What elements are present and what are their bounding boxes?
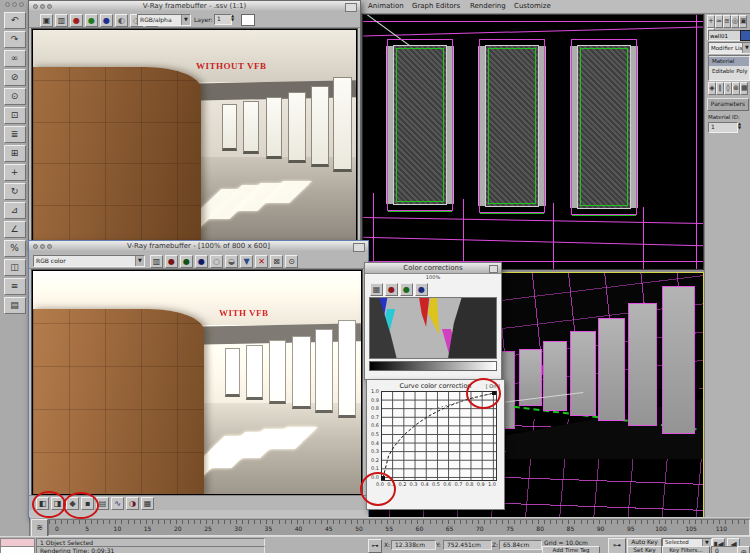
reference-line[interactable] — [430, 393, 494, 410]
layer-spinner[interactable]: ▲▼ — [229, 14, 236, 22]
hierarchy-tab-icon[interactable]: ≡ — [723, 15, 731, 28]
modify-tab-icon[interactable]: ≈ — [715, 15, 723, 28]
unlink-selection-icon[interactable]: ⊘ — [4, 69, 26, 86]
add-time-tag-button[interactable]: Add Time Tag — [542, 546, 600, 553]
green-channel-icon[interactable]: ● — [400, 283, 413, 296]
mini-curve-editor-button[interactable]: ≋ — [31, 519, 48, 537]
curves-toggle-icon[interactable]: ∿ — [111, 497, 124, 510]
menu-graph-editors[interactable]: Graph Editors — [412, 2, 460, 10]
green-channel-icon[interactable]: ● — [180, 255, 193, 268]
levels-gradient-bar[interactable] — [369, 361, 497, 371]
green-channel-icon[interactable]: ● — [85, 14, 98, 27]
bind-to-spacewarp-icon[interactable]: ⊙ — [4, 88, 26, 105]
modifier-stack-row[interactable]: Editable Poly — [709, 67, 749, 76]
display-correction-icon[interactable]: ▦ — [141, 497, 154, 510]
object-name-field[interactable] — [708, 30, 741, 41]
mirror-icon[interactable]: ◫ — [4, 259, 26, 276]
previous-channel-icon[interactable]: ◧ — [36, 497, 49, 510]
redo-icon[interactable]: ↷ — [4, 31, 26, 48]
red-channel-icon[interactable]: ● — [385, 283, 398, 296]
red-channel-icon[interactable]: ● — [70, 14, 83, 27]
curve-on-checkbox[interactable]: [ On ] — [486, 383, 500, 389]
window-dots-icon[interactable] — [33, 4, 52, 9]
parameters-rollout[interactable]: Parameters — [707, 98, 749, 111]
selection-lock-icon[interactable]: ⊶ — [368, 539, 382, 553]
angle-snap-icon[interactable]: ∠ — [4, 221, 26, 238]
menu-customize[interactable]: Customize — [514, 2, 551, 10]
object-color-swatch[interactable] — [740, 30, 750, 41]
configure-modifier-sets-icon[interactable]: ▦ — [740, 82, 748, 95]
select-and-scale-icon[interactable]: ⊿ — [4, 202, 26, 219]
minimize-icon[interactable] — [345, 3, 357, 12]
blue-channel-icon[interactable]: ● — [100, 14, 113, 27]
blue-channel-icon[interactable]: ● — [415, 283, 428, 296]
set-key-toggle-icon[interactable]: ⊶ — [608, 538, 626, 553]
maxscript-mini-listener[interactable] — [0, 546, 35, 553]
toolbar-grip-dots-icon[interactable] — [5, 2, 24, 7]
selection-region-icon[interactable]: ⊞ — [4, 145, 26, 162]
x-coordinate-field[interactable]: 12.338cm — [391, 540, 436, 550]
correction-curve[interactable] — [383, 393, 494, 478]
pixel-info-icon[interactable]: ▪ — [81, 497, 94, 510]
close-icon[interactable] — [489, 265, 498, 273]
select-object-icon[interactable]: ⊡ — [4, 107, 26, 124]
compare-buffers-icon[interactable]: ◆ — [66, 497, 79, 510]
align-icon[interactable]: ≡ — [4, 278, 26, 295]
curve-control-point[interactable] — [492, 391, 496, 395]
set-key-button[interactable]: Set Key — [627, 546, 662, 553]
select-and-move-icon[interactable]: + — [4, 164, 26, 181]
material-id-field[interactable]: 1 — [708, 122, 738, 133]
motion-tab-icon[interactable]: ◎ — [731, 15, 739, 28]
key-filters-button[interactable]: Key Filters... — [662, 546, 710, 553]
undo-icon[interactable]: ↶ — [4, 12, 26, 29]
background-color-swatch[interactable] — [241, 14, 255, 26]
modifier-stack[interactable]: Material Editable Poly — [708, 55, 750, 81]
region-render-icon[interactable]: ⊠ — [270, 255, 283, 268]
track-mouse-icon[interactable]: ⊙ — [285, 255, 298, 268]
alpha-channel-icon[interactable]: ◐ — [115, 14, 128, 27]
current-frame-field[interactable]: 0 — [711, 546, 738, 553]
vfb1-image-area[interactable]: WITHOUT VFB — [31, 28, 358, 247]
vfb2-channel-dropdown[interactable]: RGB color ▼ — [33, 255, 145, 267]
curve-plot[interactable] — [381, 391, 497, 481]
layer-manager-icon[interactable]: ▤ — [4, 297, 26, 314]
save-image-icon[interactable]: ▼ — [240, 255, 253, 268]
menu-animation[interactable]: Animation — [368, 2, 404, 10]
window-dots-icon[interactable] — [33, 244, 52, 249]
material-id-spinner[interactable]: ▲▼ — [736, 122, 743, 130]
force-update-icon[interactable]: ▤ — [96, 497, 109, 510]
color-corrections-toggle-icon[interactable]: ◑ — [126, 497, 139, 510]
curve-control-point[interactable] — [381, 476, 385, 480]
show-end-result-icon[interactable]: ∥ — [716, 82, 724, 95]
red-channel-icon[interactable]: ● — [165, 255, 178, 268]
viewport-front-wireframe[interactable] — [362, 14, 704, 270]
timeline-ruler[interactable]: 0510152025303540455055606570758085909510… — [48, 519, 750, 536]
blue-channel-icon[interactable]: ● — [195, 255, 208, 268]
color-corrections-title-bar[interactable]: Color corrections — [365, 263, 501, 274]
duplicate-buffer-icon[interactable]: ▥ — [150, 255, 163, 268]
clear-image-icon[interactable]: ✕ — [255, 255, 268, 268]
modifier-list-dropdown[interactable]: Modifier List ▼ — [708, 42, 750, 54]
make-unique-icon[interactable]: ◊ — [724, 82, 732, 95]
display-tab-icon[interactable]: ▣ — [739, 15, 747, 28]
create-tab-icon[interactable]: + — [707, 15, 715, 28]
alpha-channel-icon[interactable]: ○ — [210, 255, 223, 268]
minimize-icon[interactable] — [353, 243, 365, 252]
remove-modifier-icon[interactable]: ⊗ — [732, 82, 740, 95]
vfb1-channel-dropdown[interactable]: RGB/alpha ▼ — [137, 14, 191, 26]
modifier-stack-row-selected[interactable]: Material — [709, 57, 749, 66]
menu-rendering[interactable]: Rendering — [470, 2, 506, 10]
select-by-name-icon[interactable]: ≣ — [4, 126, 26, 143]
percent-snap-icon[interactable]: % — [4, 240, 26, 257]
monochrome-channel-icon[interactable]: ◒ — [225, 255, 238, 268]
vfb2-image-area[interactable]: WITH VFB — [31, 269, 363, 496]
next-channel-icon[interactable]: ◨ — [51, 497, 64, 510]
duplicate-buffer-icon[interactable]: ▥ — [55, 14, 68, 27]
luminance-channel-icon[interactable]: ▦ — [370, 283, 383, 296]
zoom-icon[interactable]: ⊕ — [737, 546, 750, 553]
z-coordinate-field[interactable]: 65.84cm — [499, 540, 542, 550]
select-and-rotate-icon[interactable]: ↻ — [4, 183, 26, 200]
pin-stack-icon[interactable]: ◈ — [708, 82, 716, 95]
y-coordinate-field[interactable]: 752.451cm — [443, 540, 492, 550]
dock-buffer-icon[interactable]: ▣ — [40, 14, 53, 27]
